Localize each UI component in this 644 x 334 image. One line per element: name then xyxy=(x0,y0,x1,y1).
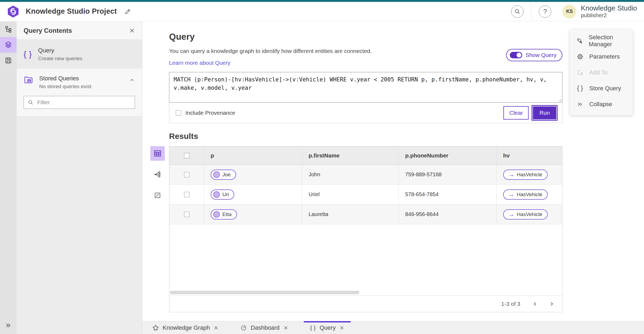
double-chevron-right-icon xyxy=(5,322,12,329)
query-item-subtitle: Create new queries xyxy=(38,56,82,62)
panel-empty-area xyxy=(17,117,142,334)
project-title: Knowledge Studio Project xyxy=(26,7,117,16)
row-checkbox[interactable] xyxy=(184,172,189,177)
cell-phonenumber: 759-889-57168 xyxy=(399,165,497,184)
dashboard-gauge-icon xyxy=(240,325,247,331)
edge-badge[interactable]: →HasVehicle xyxy=(503,209,548,220)
query-editor-footer: Include Provenance Clear Run xyxy=(169,103,562,123)
edge-label: HasVehicle xyxy=(517,172,542,178)
node-badge[interactable]: Etta xyxy=(211,209,237,220)
tab-query[interactable]: { } Query xyxy=(304,321,351,334)
results-table: p p.firstName p.phoneNumber hv Joe John … xyxy=(169,146,562,312)
tab-knowledge-graph[interactable]: Knowledge Graph xyxy=(146,321,225,334)
stored-queries-filter[interactable] xyxy=(24,96,135,109)
view-table-button[interactable] xyxy=(150,146,165,161)
table-row[interactable]: Etta Lauretta 846-956-8644 →HasVehicle xyxy=(169,204,562,224)
close-panel-icon[interactable] xyxy=(129,28,135,34)
cell-firstname: Lauretta xyxy=(302,204,399,224)
node-label: Etta xyxy=(222,211,232,217)
next-page-icon[interactable] xyxy=(549,301,555,307)
stored-queries-folder-icon xyxy=(24,75,33,85)
rail-item-saved[interactable] xyxy=(0,53,17,68)
query-contents-panel: Query Contents { } Query Create new quer… xyxy=(17,21,142,334)
braces-icon: { } xyxy=(576,85,584,92)
tab-label: Knowledge Graph xyxy=(163,324,210,331)
rail-expand-button[interactable] xyxy=(0,319,17,331)
selection-manager-label: Selection Manager xyxy=(589,34,626,48)
column-header-p[interactable]: p xyxy=(204,146,302,164)
gear-icon xyxy=(576,53,584,60)
run-button[interactable]: Run xyxy=(532,106,557,120)
knowledge-graph-icon xyxy=(152,325,159,331)
edge-label: HasVehicle xyxy=(517,192,542,197)
horizontal-scrollbar[interactable] xyxy=(170,291,359,294)
edge-arrow-icon: → xyxy=(508,211,514,218)
node-label: Uri xyxy=(222,192,229,197)
tab-dashboard[interactable]: Dashboard xyxy=(234,321,295,334)
column-header-hv[interactable]: hv xyxy=(497,146,562,164)
row-checkbox[interactable] xyxy=(184,212,189,217)
collapse-button[interactable]: Collapse xyxy=(570,96,633,112)
cell-phonenumber: 846-956-8644 xyxy=(399,204,497,224)
close-tab-icon[interactable] xyxy=(339,325,344,330)
table-header-row: p p.firstName p.phoneNumber hv xyxy=(169,146,562,165)
table-row[interactable]: Uri Uriel 578-654-7854 →HasVehicle xyxy=(169,185,562,204)
query-text: MATCH (p:Person)-[hv:HasVehicle]->(v:Veh… xyxy=(174,76,550,91)
column-header-phonenumber[interactable]: p.phoneNumber xyxy=(399,146,497,164)
hierarchy-icon xyxy=(5,26,12,33)
stored-queries-section: Stored Queries No stored queries exist xyxy=(17,69,142,117)
node-icon xyxy=(213,171,220,178)
close-tab-icon[interactable] xyxy=(283,325,288,330)
table-view-icon xyxy=(153,149,162,157)
store-query-button[interactable]: { } Store Query xyxy=(570,80,633,96)
view-chart-button[interactable] xyxy=(150,188,165,203)
braces-icon: { } xyxy=(24,50,32,59)
column-header-firstname[interactable]: p.firstName xyxy=(302,146,399,164)
pagination-bar: 1-3 of 3 xyxy=(169,295,562,312)
learn-more-link[interactable]: Learn more about Query xyxy=(169,60,230,66)
sidebar-item-query[interactable]: { } Query Create new queries xyxy=(17,42,142,67)
header-actions: ? KS Knowledge Studio publisher2 xyxy=(511,4,637,19)
node-badge[interactable]: Uri xyxy=(211,189,234,200)
tab-label: Dashboard xyxy=(251,324,280,331)
table-row[interactable]: Joe John 759-889-57168 →HasVehicle xyxy=(169,165,562,185)
close-tab-icon[interactable] xyxy=(214,325,218,330)
help-button[interactable]: ? xyxy=(539,5,551,18)
row-checkbox[interactable] xyxy=(184,192,189,197)
search-button[interactable] xyxy=(511,5,524,18)
view-graph-button[interactable] xyxy=(150,167,165,182)
node-badge[interactable]: Joe xyxy=(211,170,236,180)
clear-button[interactable]: Clear xyxy=(503,106,529,120)
stored-queries-title: Stored Queries xyxy=(39,75,123,82)
parameters-button[interactable]: Parameters xyxy=(570,49,633,64)
rail-item-knowledge-graph[interactable] xyxy=(0,21,17,37)
edge-arrow-icon: → xyxy=(508,171,514,178)
save-icon xyxy=(5,57,12,64)
braces-icon: { } xyxy=(310,325,316,331)
app-logo-icon xyxy=(7,5,19,18)
query-editor[interactable]: MATCH (p:Person)-[hv:HasVehicle]->(v:Veh… xyxy=(169,72,562,103)
stored-queries-header[interactable]: Stored Queries No stored queries exist xyxy=(24,75,135,89)
user-avatar[interactable]: KS xyxy=(562,5,576,19)
select-all-checkbox[interactable] xyxy=(184,153,189,158)
top-teal-strip xyxy=(0,0,644,2)
filter-input[interactable] xyxy=(37,99,131,106)
edge-badge[interactable]: →HasVehicle xyxy=(503,170,548,180)
rail-item-query-contents[interactable] xyxy=(0,37,17,53)
chevron-up-icon[interactable] xyxy=(129,77,135,83)
panel-title: Query Contents xyxy=(24,27,129,34)
include-provenance-label: Include Provenance xyxy=(185,110,235,116)
selection-manager-button[interactable]: Selection Manager xyxy=(570,33,633,49)
query-description: You can query a knowledge graph to ident… xyxy=(169,48,562,54)
resize-handle-icon[interactable] xyxy=(558,98,562,102)
previous-page-icon[interactable] xyxy=(532,301,538,307)
double-chevron-right-icon xyxy=(576,101,584,107)
tab-label: Query xyxy=(320,324,336,331)
show-query-toggle[interactable]: Show Query xyxy=(506,49,562,61)
include-provenance-checkbox[interactable] xyxy=(176,110,181,116)
edit-project-title-icon[interactable] xyxy=(124,8,131,15)
toggle-switch[interactable] xyxy=(510,52,522,58)
left-icon-rail xyxy=(0,21,17,334)
parameters-label: Parameters xyxy=(589,53,620,60)
edge-badge[interactable]: →HasVehicle xyxy=(503,189,548,200)
